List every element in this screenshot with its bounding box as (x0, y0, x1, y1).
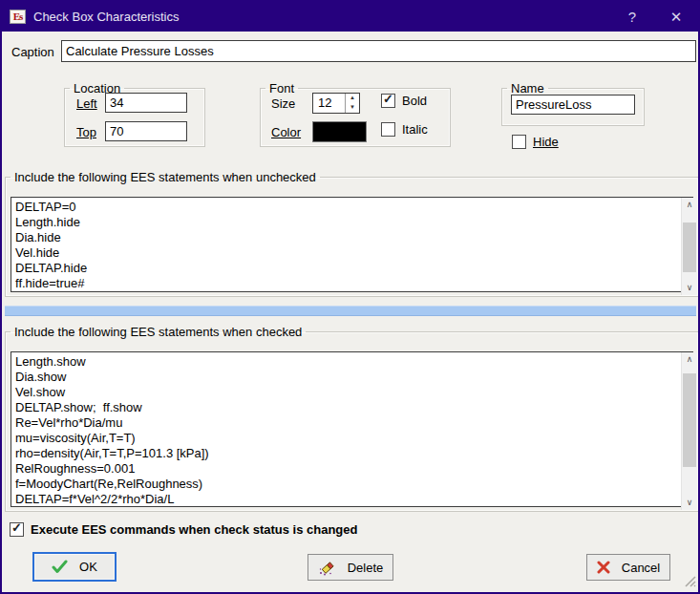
eraser-icon (318, 559, 336, 576)
caption-input[interactable] (61, 40, 696, 62)
cancel-button-label: Cancel (622, 561, 660, 575)
execute-checkbox[interactable]: ✓ (10, 522, 24, 537)
spin-up-icon[interactable]: ▲ (346, 94, 359, 103)
resize-grip[interactable] (683, 574, 696, 590)
window-title: Check Box Characteristics (33, 10, 179, 24)
scroll-down-icon[interactable]: ∨ (682, 496, 697, 510)
checked-statements-group: Include the following EES statements whe… (5, 325, 699, 512)
delete-button-label: Delete (348, 561, 384, 575)
hide-label: Hide (533, 135, 559, 149)
spin-down-icon[interactable]: ▼ (346, 103, 359, 113)
checkmark-icon: ✓ (11, 520, 22, 535)
size-label: Size (271, 96, 295, 111)
checked-statements-legend: Include the following EES statements whe… (11, 325, 306, 339)
delete-button[interactable]: Delete (308, 554, 393, 581)
font-size-value[interactable]: 12 (313, 94, 345, 113)
checkmark-icon: ✓ (383, 92, 393, 106)
unchecked-statements-legend: Include the following EES statements whe… (11, 170, 320, 184)
unchecked-statements-editor[interactable]: DELTAP=0 Length.hide Dia.hide Vel.hide D… (11, 197, 693, 292)
unchecked-statements-group: Include the following EES statements whe… (5, 170, 699, 297)
title-bar[interactable]: Es Check Box Characteristics ? ✕ (2, 2, 698, 32)
execute-label: Execute EES commands when check status i… (31, 522, 357, 537)
hide-checkbox[interactable]: ✓ (512, 135, 526, 149)
checked-scrollbar[interactable]: ∧ ∨ (681, 352, 697, 510)
left-label: Left (76, 96, 97, 111)
ok-button-label: OK (79, 560, 97, 574)
italic-checkbox[interactable]: ✓ (381, 122, 395, 137)
font-group-legend: Font (265, 81, 298, 95)
ok-button[interactable]: OK (32, 552, 117, 582)
cancel-button[interactable]: Cancel (586, 554, 670, 581)
separator-bar (5, 306, 696, 316)
top-label: Top (76, 125, 96, 139)
help-button[interactable]: ? (610, 2, 654, 32)
name-input[interactable] (511, 95, 635, 115)
ees-app-icon: Es (10, 10, 26, 24)
name-group-legend: Name (507, 81, 548, 95)
font-size-spinner: 12 ▲ ▼ (312, 93, 360, 114)
scroll-down-icon[interactable]: ∨ (682, 281, 697, 295)
bold-label: Bold (402, 94, 427, 108)
italic-label: Italic (402, 122, 428, 137)
red-x-icon (597, 561, 610, 574)
left-input[interactable] (105, 93, 187, 113)
close-button[interactable]: ✕ (654, 2, 698, 32)
execute-option[interactable]: ✓ Execute EES commands when check status… (10, 522, 357, 537)
checked-statements-editor[interactable]: Length.show Dia.show Vel.show DELTAP.sho… (11, 351, 693, 507)
font-color-swatch[interactable] (312, 121, 367, 142)
scrollbar-thumb[interactable] (683, 223, 696, 272)
hide-option[interactable]: ✓ Hide (512, 135, 559, 149)
scroll-up-icon[interactable]: ∧ (682, 352, 697, 367)
scrollbar-thumb[interactable] (683, 373, 696, 467)
bold-checkbox[interactable]: ✓ (381, 94, 395, 108)
checkbox-characteristics-dialog: Es Check Box Characteristics ? ✕ Caption… (0, 0, 700, 594)
unchecked-scrollbar[interactable]: ∧ ∨ (681, 198, 697, 295)
top-input[interactable] (105, 121, 187, 141)
caption-label: Caption (11, 45, 54, 59)
italic-option[interactable]: ✓ Italic (381, 122, 428, 137)
color-label: Color (271, 125, 301, 139)
scroll-up-icon[interactable]: ∧ (682, 198, 697, 212)
bold-option[interactable]: ✓ Bold (381, 94, 427, 108)
green-check-icon (52, 560, 68, 574)
